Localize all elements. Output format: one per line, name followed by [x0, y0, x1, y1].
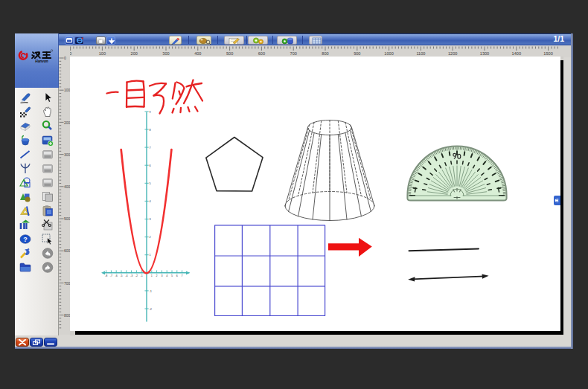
svg-text:900: 900	[354, 51, 360, 56]
svg-text:2: 2	[156, 274, 158, 277]
svg-text:700: 700	[290, 51, 297, 56]
svg-text:Hanvon: Hanvon	[35, 60, 48, 63]
svg-text:1100: 1100	[416, 51, 425, 56]
svg-text:100: 100	[99, 51, 106, 56]
svg-text:1300: 1300	[480, 51, 489, 56]
svg-text:7: 7	[150, 147, 151, 150]
svg-text:400: 400	[194, 51, 201, 56]
svg-text:700: 700	[64, 281, 70, 286]
svg-text:400: 400	[64, 184, 70, 189]
svg-text:5: 5	[150, 182, 151, 185]
svg-text:-8: -8	[105, 274, 107, 277]
svg-text:-1: -1	[150, 290, 152, 293]
svg-text:1: 1	[150, 254, 151, 257]
svg-text:600: 600	[64, 248, 70, 253]
svg-text:-3: -3	[130, 274, 132, 277]
svg-text:-2: -2	[150, 308, 152, 311]
svg-text:600: 600	[258, 51, 265, 56]
svg-text:500: 500	[64, 216, 70, 221]
svg-text:8: 8	[150, 129, 151, 132]
svg-text:6: 6	[150, 164, 151, 167]
svg-text:6: 6	[176, 274, 178, 277]
svg-text:500: 500	[226, 51, 233, 56]
svg-text:-6: -6	[115, 274, 118, 277]
svg-text:200: 200	[64, 120, 70, 125]
svg-text:1500: 1500	[543, 51, 552, 56]
svg-text:-4: -4	[125, 274, 127, 277]
svg-text:1000: 1000	[384, 51, 393, 56]
svg-text:-1: -1	[141, 274, 143, 277]
svg-text:1200: 1200	[448, 51, 457, 56]
svg-text:200: 200	[131, 51, 138, 56]
svg-text:4: 4	[166, 274, 167, 277]
svg-text:3: 3	[161, 274, 162, 277]
svg-text:100: 100	[64, 88, 70, 92]
svg-text:?: ?	[23, 236, 28, 243]
svg-text:7: 7	[182, 274, 183, 277]
svg-text:1400: 1400	[512, 51, 521, 56]
svg-text:-7: -7	[110, 274, 112, 277]
svg-text:0: 0	[64, 57, 66, 60]
svg-text:9: 9	[150, 111, 151, 114]
svg-text:300: 300	[162, 51, 169, 56]
svg-text:3: 3	[150, 218, 151, 221]
svg-text:1: 1	[151, 274, 153, 277]
svg-text:2: 2	[150, 236, 151, 239]
svg-text:5: 5	[171, 274, 173, 277]
svg-text:300: 300	[64, 152, 70, 157]
svg-text:-2: -2	[135, 274, 138, 277]
svg-text:800: 800	[64, 313, 70, 318]
svg-text:800: 800	[322, 51, 328, 56]
svg-text:4: 4	[150, 200, 151, 203]
svg-text:-5: -5	[120, 274, 122, 277]
